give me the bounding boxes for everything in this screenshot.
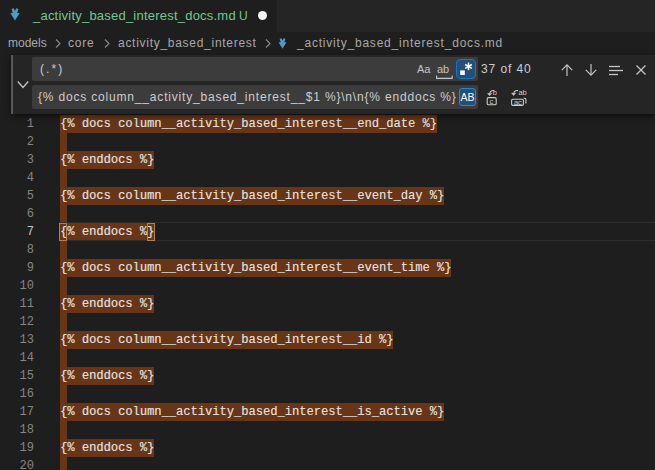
svg-text:ab: ab (518, 88, 526, 97)
svg-text:ac: ac (514, 98, 522, 107)
svg-text:c: c (490, 97, 494, 106)
